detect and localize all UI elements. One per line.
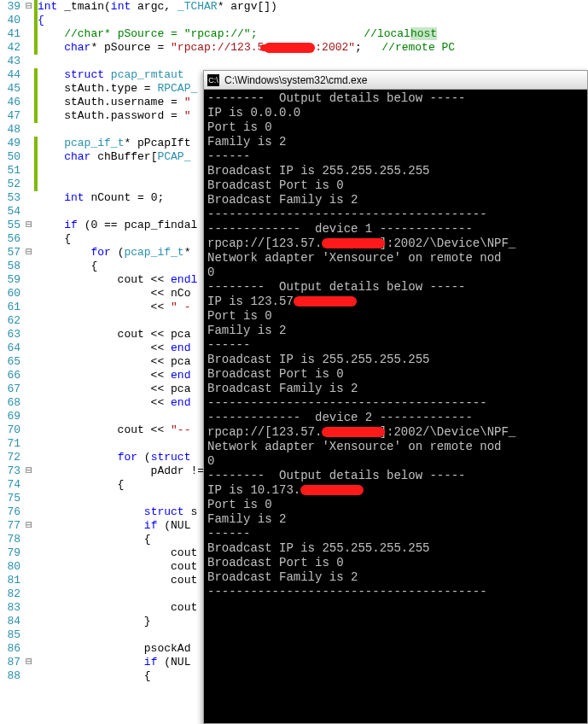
line-number: 59 <box>0 273 20 287</box>
line-number: 55 <box>0 219 20 232</box>
line-number: 45 <box>0 82 20 96</box>
fold-toggle <box>24 287 34 301</box>
fold-toggle <box>24 669 34 683</box>
code-line[interactable] <box>38 55 588 68</box>
fold-toggle <box>24 137 34 150</box>
fold-toggle <box>24 615 34 628</box>
code-line[interactable]: char* pSource = "rpcap://123.5:2002"; //… <box>38 41 588 55</box>
console-line: Broadcast Family is 2 <box>207 570 584 585</box>
fold-toggle[interactable]: ⊟ <box>24 246 34 260</box>
fold-toggle <box>24 628 34 642</box>
console-line: ------ <box>207 338 584 353</box>
line-number: 64 <box>0 342 20 355</box>
fold-toggle <box>24 55 34 68</box>
line-number: 58 <box>0 260 20 273</box>
console-line: Network adapter 'Xensource' on remote no… <box>207 251 584 266</box>
fold-toggle <box>24 27 34 41</box>
console-line: --------------------------------------- <box>207 396 584 411</box>
fold-toggle <box>24 369 34 382</box>
fold-toggle <box>24 601 34 615</box>
line-number: 51 <box>0 164 20 178</box>
fold-toggle[interactable]: ⊟ <box>24 0 34 14</box>
line-number: 53 <box>0 191 20 205</box>
console-line: IP is 123.57 <box>207 295 584 309</box>
line-number: 54 <box>0 205 20 219</box>
fold-toggle[interactable]: ⊟ <box>24 656 34 669</box>
line-number: 60 <box>0 287 20 301</box>
line-number: 82 <box>0 587 20 601</box>
line-number: 86 <box>0 642 20 656</box>
code-line[interactable]: int _tmain(int argc, _TCHAR* argv[]) <box>38 0 588 14</box>
console-line: Family is 2 <box>207 324 584 338</box>
line-number: 75 <box>0 492 20 505</box>
fold-toggle <box>24 150 34 164</box>
console-line: Broadcast Family is 2 <box>207 193 584 207</box>
fold-toggle[interactable]: ⊟ <box>24 464 34 478</box>
line-number: 48 <box>0 123 20 137</box>
line-number: 49 <box>0 137 20 150</box>
fold-toggle <box>24 423 34 437</box>
line-number: 71 <box>0 437 20 451</box>
fold-toggle <box>24 96 34 109</box>
line-number: 87 <box>0 656 20 669</box>
line-number: 85 <box>0 628 20 642</box>
fold-toggle <box>24 260 34 273</box>
fold-toggle <box>24 314 34 328</box>
line-number: 79 <box>0 546 20 560</box>
console-line: ------ <box>207 527 584 541</box>
console-title: C:\Windows\system32\cmd.exe <box>224 74 367 86</box>
line-number: 50 <box>0 150 20 164</box>
console-line: Family is 2 <box>207 512 584 527</box>
console-line: ------------- device 1 ------------- <box>207 222 584 236</box>
line-number: 56 <box>0 232 20 246</box>
line-number: 88 <box>0 669 20 683</box>
console-line: Port is 0 <box>207 498 584 512</box>
fold-toggle <box>24 328 34 342</box>
line-number: 72 <box>0 451 20 464</box>
redaction-mark <box>322 425 379 439</box>
console-line: IP is 10.173. <box>207 483 584 498</box>
line-number: 65 <box>0 355 20 369</box>
console-window[interactable]: C:\ C:\Windows\system32\cmd.exe --------… <box>203 70 588 724</box>
code-line[interactable]: //char* pSource = "rpcap://"; //localhos… <box>38 27 588 41</box>
fold-toggle <box>24 546 34 560</box>
console-line: Broadcast IP is 255.255.255.255 <box>207 353 584 367</box>
console-line: Broadcast Port is 0 <box>207 178 584 193</box>
line-number: 57 <box>0 246 20 260</box>
fold-toggle <box>24 410 34 423</box>
fold-column[interactable]: ⊟⊟⊟⊟⊟⊟ <box>24 0 34 724</box>
line-number: 77 <box>0 519 20 533</box>
line-number: 44 <box>0 68 20 82</box>
console-line: Broadcast Family is 2 <box>207 382 584 396</box>
console-line: -------- Output details below ----- <box>207 280 584 295</box>
line-number: 70 <box>0 423 20 437</box>
line-number: 84 <box>0 615 20 628</box>
line-number: 62 <box>0 314 20 328</box>
console-line: -------- Output details below ----- <box>207 469 584 483</box>
line-number: 39 <box>0 0 20 14</box>
console-line: rpcap://[123.57. ]:2002/\Device\NPF_ <box>207 236 584 251</box>
console-line: IP is 0.0.0.0 <box>207 106 584 120</box>
code-line[interactable]: { <box>38 14 588 27</box>
fold-toggle <box>24 82 34 96</box>
line-number: 81 <box>0 574 20 587</box>
console-line: Network adapter 'Xensource' on remote no… <box>207 440 584 454</box>
console-titlebar[interactable]: C:\ C:\Windows\system32\cmd.exe <box>204 71 587 90</box>
console-output[interactable]: -------- Output details below -----IP is… <box>204 90 587 723</box>
fold-toggle <box>24 451 34 464</box>
fold-toggle <box>24 178 34 191</box>
fold-toggle <box>24 14 34 27</box>
line-number: 42 <box>0 41 20 55</box>
fold-toggle[interactable]: ⊟ <box>24 519 34 533</box>
line-number: 66 <box>0 369 20 382</box>
fold-toggle <box>24 205 34 219</box>
fold-toggle[interactable]: ⊟ <box>24 219 34 232</box>
console-line: -------- Output details below ----- <box>207 91 584 106</box>
console-line: Broadcast IP is 255.255.255.255 <box>207 541 584 556</box>
line-number: 46 <box>0 96 20 109</box>
fold-toggle <box>24 41 34 55</box>
console-line: Broadcast Port is 0 <box>207 556 584 570</box>
line-number: 74 <box>0 478 20 492</box>
fold-toggle <box>24 68 34 82</box>
line-number: 63 <box>0 328 20 342</box>
